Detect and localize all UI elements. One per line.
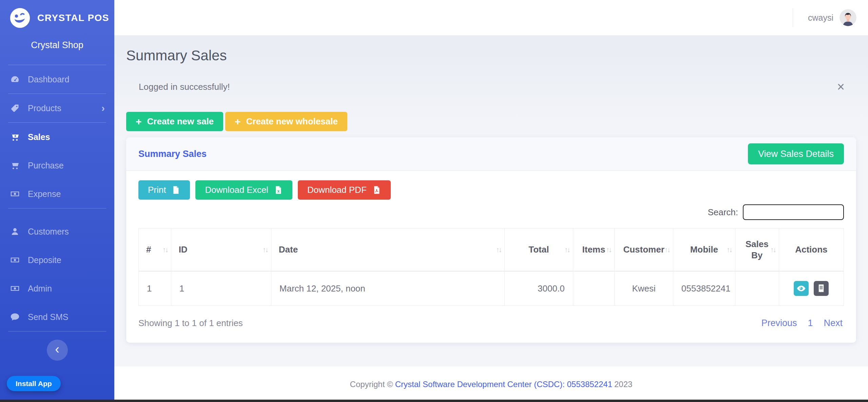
view-row-button[interactable]: [794, 281, 809, 296]
avatar[interactable]: [840, 9, 856, 26]
column-header-total[interactable]: Total↑↓: [504, 228, 573, 272]
cell-date: March 12, 2025, noon: [271, 271, 504, 306]
sidebar-item-dashboard[interactable]: Dashboard: [0, 65, 114, 94]
column-header-sales-by[interactable]: Sales By↑↓: [735, 228, 779, 272]
download-pdf-label: Download PDF: [307, 185, 367, 195]
card-body: Print Download Excel x Download PDF: [126, 171, 856, 343]
topbar: cwaysi: [114, 0, 868, 35]
sidebar-item-label: Admin: [28, 284, 52, 294]
pagination-page-1[interactable]: 1: [808, 318, 813, 328]
column-header-items[interactable]: Items↑↓: [573, 228, 615, 272]
download-pdf-button[interactable]: Download PDF: [298, 180, 391, 200]
file-icon: [171, 185, 180, 195]
receipt-row-button[interactable]: [814, 281, 829, 296]
content: Summary Sales Logged in successfully! × …: [114, 35, 868, 366]
create-new-sale-button[interactable]: + Create new sale: [126, 112, 223, 131]
file-pdf-icon: [372, 185, 381, 195]
sidebar-nav: Dashboard Products › Sales Purchase Expe…: [0, 65, 114, 331]
money-bill-icon: [10, 255, 20, 265]
chevron-right-icon: ›: [101, 103, 105, 113]
alert-message: Logged in successfully!: [126, 82, 230, 92]
cell-actions: [779, 271, 844, 306]
page-footer: Copyright © Crystal Software Development…: [114, 366, 868, 402]
summary-sales-card: Summary Sales View Sales Details Print D…: [126, 137, 856, 343]
bottom-strip: [0, 400, 868, 402]
cart-icon: [10, 161, 20, 170]
create-new-wholesale-button[interactable]: + Create new wholesale: [225, 112, 347, 131]
sidebar-item-label: Products: [28, 103, 61, 113]
plus-icon: +: [235, 117, 241, 127]
sidebar-item-admin[interactable]: Admin: [0, 274, 114, 303]
column-header-id[interactable]: ID↑↓: [171, 228, 271, 272]
topbar-divider: [793, 8, 793, 27]
sidebar-item-label: Send SMS: [28, 312, 69, 322]
sidebar-collapse-button[interactable]: ‹: [47, 340, 68, 361]
export-buttons-row: Print Download Excel x Download PDF: [138, 180, 844, 200]
create-buttons-row: + Create new sale + Create new wholesale: [126, 112, 856, 131]
company-link[interactable]: Crystal Software Development Center (CSD…: [395, 380, 612, 389]
money-bill-icon: [10, 284, 20, 293]
sidebar-item-label: Sales: [28, 132, 50, 142]
sidebar-item-label: Deposite: [28, 255, 61, 265]
cell-items: [573, 271, 615, 306]
sidebar-item-products[interactable]: Products ›: [0, 94, 114, 122]
receipt-icon: [816, 283, 826, 294]
sidebar-item-label: Dashboard: [28, 75, 69, 84]
sidebar-item-label: Expense: [28, 189, 61, 199]
create-new-sale-label: Create new sale: [147, 116, 214, 127]
search-input[interactable]: [743, 204, 844, 220]
cart-plus-icon: [10, 132, 20, 142]
sort-icon: ↑↓: [727, 245, 732, 254]
sidebar-divider: [8, 208, 106, 208]
sidebar-item-sales[interactable]: Sales: [0, 123, 114, 151]
chevron-left-icon: ‹: [55, 342, 59, 357]
table-footer: Showing 1 to 1 of 1 entries Previous 1 N…: [138, 318, 844, 328]
sidebar-item-deposite[interactable]: Deposite: [0, 246, 114, 274]
sort-icon: ↑↓: [496, 245, 501, 254]
sidebar-item-send-sms[interactable]: Send SMS: [0, 303, 114, 331]
file-excel-icon: x: [274, 185, 283, 195]
sort-icon: ↑↓: [606, 245, 611, 254]
sort-icon: ↑↓: [263, 245, 268, 254]
card-header: Summary Sales View Sales Details: [126, 137, 856, 171]
brand[interactable]: CRYSTAL POS: [0, 0, 114, 28]
pagination-previous[interactable]: Previous: [761, 318, 797, 328]
cell-num: 1: [139, 271, 171, 306]
column-header-mobile[interactable]: Mobile↑↓: [673, 228, 735, 272]
download-excel-button[interactable]: Download Excel x: [195, 180, 292, 200]
alert: Logged in successfully! ×: [126, 80, 856, 94]
brand-name: CRYSTAL POS: [37, 13, 109, 23]
username[interactable]: cwaysi: [808, 13, 833, 23]
comment-icon: [10, 312, 20, 322]
column-header-actions: Actions: [779, 228, 844, 272]
search-row: Search:: [138, 204, 844, 220]
user-icon: [10, 227, 20, 236]
column-header-customer[interactable]: Customer↑↓: [615, 228, 673, 272]
view-sales-details-button[interactable]: View Sales Details: [748, 143, 844, 164]
pagination: Previous 1 Next: [761, 318, 844, 328]
dashboard-gauge-icon: [10, 75, 20, 84]
cell-id: 1: [171, 271, 271, 306]
column-header-num[interactable]: #↑↓: [139, 228, 171, 272]
sidebar-item-purchase[interactable]: Purchase: [0, 151, 114, 180]
column-header-date[interactable]: Date↑↓: [271, 228, 504, 272]
sidebar-item-expense[interactable]: Expense: [0, 180, 114, 208]
money-bill-icon: [10, 189, 20, 199]
print-button[interactable]: Print: [138, 180, 190, 200]
print-label: Print: [148, 185, 166, 195]
cell-sales-by: [735, 271, 779, 306]
copyright-prefix: Copyright ©: [350, 380, 393, 389]
shop-name: Crystal Shop: [0, 40, 114, 51]
sidebar-divider: [8, 331, 106, 331]
search-label: Search:: [708, 207, 738, 218]
close-icon[interactable]: ×: [835, 80, 847, 94]
sidebar-item-customers[interactable]: Customers: [0, 217, 114, 246]
sidebar-item-label: Purchase: [28, 161, 64, 170]
grin-wink-logo-icon: [9, 7, 31, 28]
sort-icon: ↑↓: [770, 245, 775, 254]
eye-icon: [796, 283, 806, 294]
sidebar: CRYSTAL POS Crystal Shop Dashboard Produ…: [0, 0, 114, 402]
install-app-button[interactable]: Install App: [7, 376, 61, 391]
entries-info: Showing 1 to 1 of 1 entries: [138, 318, 243, 328]
pagination-next[interactable]: Next: [824, 318, 843, 328]
